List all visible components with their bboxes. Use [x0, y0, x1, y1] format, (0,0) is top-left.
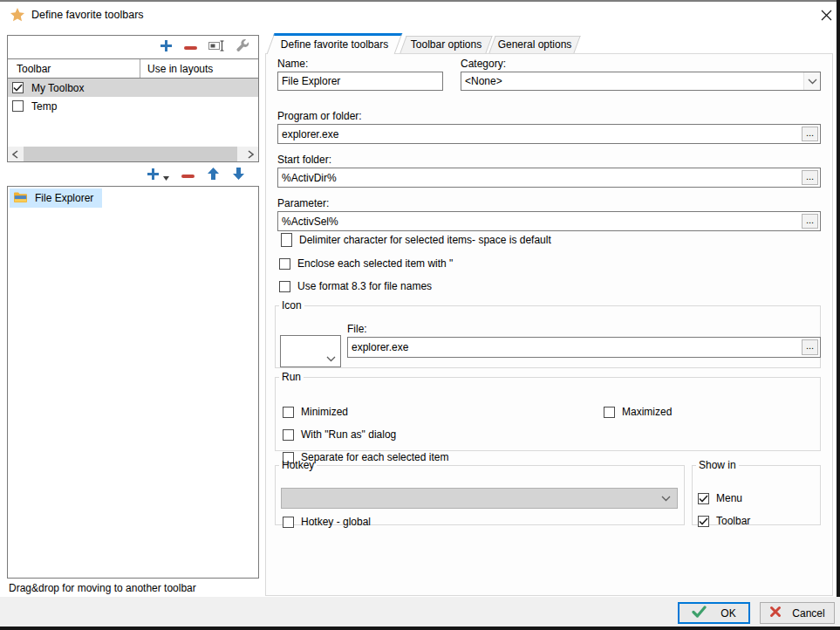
- tab-toolbar-options[interactable]: Toolbar options: [403, 36, 489, 53]
- green-check-icon: [692, 606, 707, 620]
- parameter-label: Parameter:: [277, 197, 329, 209]
- parameter-value: %ActivSel%: [278, 212, 800, 230]
- move-up-icon[interactable]: [207, 167, 220, 183]
- window-top-edge: [0, 0, 840, 2]
- start-folder-label: Start folder:: [277, 154, 331, 166]
- checkbox-unchecked[interactable]: [604, 407, 615, 418]
- add-icon[interactable]: [160, 39, 173, 55]
- browse-button[interactable]: ...: [802, 127, 818, 141]
- run-group-title: Run: [279, 371, 304, 383]
- favorites-list[interactable]: File Explorer: [7, 186, 259, 579]
- chevron-down-icon: [661, 496, 671, 502]
- runas-checkbox-row[interactable]: With "Run as" dialog: [283, 428, 396, 441]
- horizontal-scrollbar[interactable]: [8, 147, 258, 161]
- scroll-right-icon[interactable]: [243, 147, 258, 161]
- icon-file-field[interactable]: explorer.exe ...: [347, 337, 821, 358]
- red-x-icon: [769, 606, 782, 620]
- ok-button[interactable]: OK: [678, 602, 750, 624]
- chevron-down-icon[interactable]: [803, 72, 820, 90]
- show-in-group: Show in Menu Toolbar: [692, 459, 821, 525]
- checkbox-checked[interactable]: [698, 493, 709, 504]
- list-item-label: File Explorer: [35, 192, 93, 204]
- table-header: Toolbar Use in layouts: [8, 59, 258, 79]
- table-toolbar: [8, 36, 258, 59]
- show-in-menu-checkbox-row[interactable]: Menu: [698, 492, 742, 504]
- cancel-button-label: Cancel: [792, 607, 824, 620]
- minimized-checkbox-row[interactable]: Minimized: [283, 406, 348, 418]
- checkbox-unchecked[interactable]: [279, 258, 290, 270]
- tab-define-favorite-toolbars[interactable]: Define favorite toolbars: [270, 33, 399, 54]
- category-value: <None>: [461, 72, 803, 90]
- program-value: explorer.exe: [278, 125, 800, 143]
- add-with-menu[interactable]: [147, 168, 169, 183]
- browse-button[interactable]: ...: [802, 214, 818, 229]
- dragdrop-hint: Drag&drop for moving to another toolbar: [9, 582, 196, 594]
- hotkey-group-title: Hotkey: [279, 459, 317, 471]
- row-checkbox-checked[interactable]: [12, 82, 24, 93]
- icon-group-title: Icon: [279, 299, 304, 312]
- run-group: Run Minimized Maximized With "Run as" di…: [275, 371, 821, 451]
- start-folder-field[interactable]: %ActivDir% ...: [277, 168, 821, 188]
- checkbox-unchecked[interactable]: [279, 281, 290, 292]
- row-label: My Toolbox: [31, 82, 84, 94]
- rename-icon[interactable]: [208, 40, 224, 54]
- tab-general-options[interactable]: General options: [492, 36, 577, 53]
- close-icon[interactable]: [816, 6, 836, 24]
- add-icon[interactable]: [147, 168, 160, 183]
- move-down-icon[interactable]: [232, 167, 245, 183]
- checkbox-unchecked[interactable]: [283, 429, 294, 441]
- scrollbar-thumb[interactable]: [24, 147, 237, 161]
- star-icon: [10, 7, 25, 25]
- browse-button[interactable]: ...: [802, 339, 818, 355]
- window-bottom-edge: [0, 627, 840, 630]
- browse-button[interactable]: ...: [802, 170, 818, 185]
- add-dropdown-caret-icon[interactable]: [163, 171, 169, 183]
- toolbar-table-panel: Toolbar Use in layouts My Toolbox Temp: [7, 35, 259, 162]
- enclose-checkbox-row[interactable]: Enclose each selected item with ": [279, 257, 453, 270]
- checkbox-unchecked[interactable]: [283, 407, 294, 418]
- show-in-group-title: Show in: [696, 459, 739, 471]
- chevron-down-icon: [326, 356, 336, 362]
- icon-file-value: explorer.exe: [348, 338, 800, 357]
- list-item[interactable]: File Explorer: [10, 188, 102, 208]
- window-right-edge: [837, 0, 840, 630]
- column-header-use-in-layouts[interactable]: Use in layouts: [140, 63, 258, 75]
- category-dropdown[interactable]: <None>: [461, 72, 821, 91]
- name-input[interactable]: [277, 72, 443, 91]
- delimiter-checkbox-row[interactable]: Delimiter character for selected items- …: [281, 233, 551, 247]
- remove-icon[interactable]: [181, 169, 195, 181]
- icon-file-label: File:: [347, 323, 367, 335]
- table-row[interactable]: My Toolbox: [8, 79, 258, 97]
- table-row[interactable]: Temp: [8, 97, 258, 115]
- checkbox-unchecked[interactable]: [283, 517, 294, 528]
- row-checkbox-unchecked[interactable]: [12, 100, 24, 112]
- icon-picker-dropdown[interactable]: [280, 335, 341, 367]
- ok-button-label: OK: [720, 607, 735, 620]
- settings-wrench-icon[interactable]: [236, 39, 249, 56]
- show-in-toolbar-checkbox-row[interactable]: Toolbar: [698, 515, 750, 527]
- scroll-left-icon[interactable]: [8, 147, 23, 161]
- hotkey-group: Hotkey Hotkey - global: [275, 459, 685, 525]
- tab-page: Name: Category: <None> Program or folder…: [265, 53, 833, 596]
- window-title: Define favorite toolbars: [31, 9, 144, 21]
- remove-icon[interactable]: [184, 41, 197, 53]
- icon-group: Icon File: explorer.exe ...: [275, 299, 821, 368]
- hotkey-global-checkbox-row[interactable]: Hotkey - global: [283, 516, 371, 528]
- checkbox-unchecked[interactable]: [281, 233, 292, 247]
- parameter-field[interactable]: %ActivSel% ...: [277, 211, 821, 231]
- program-field[interactable]: explorer.exe ...: [277, 124, 821, 144]
- cancel-button[interactable]: Cancel: [760, 602, 835, 624]
- maximized-checkbox-row[interactable]: Maximized: [604, 406, 672, 418]
- folder-icon: [13, 191, 28, 206]
- category-label: Category:: [461, 58, 506, 70]
- program-label: Program or folder:: [277, 110, 362, 122]
- list-toolbar: [7, 164, 259, 186]
- checkbox-checked[interactable]: [698, 516, 709, 527]
- format83-checkbox-row[interactable]: Use format 8.3 for file names: [279, 280, 432, 292]
- row-label: Temp: [31, 100, 57, 113]
- column-header-toolbar[interactable]: Toolbar: [8, 59, 140, 78]
- name-label: Name:: [277, 58, 308, 70]
- start-folder-value: %ActivDir%: [278, 168, 800, 187]
- hotkey-dropdown[interactable]: [281, 488, 678, 509]
